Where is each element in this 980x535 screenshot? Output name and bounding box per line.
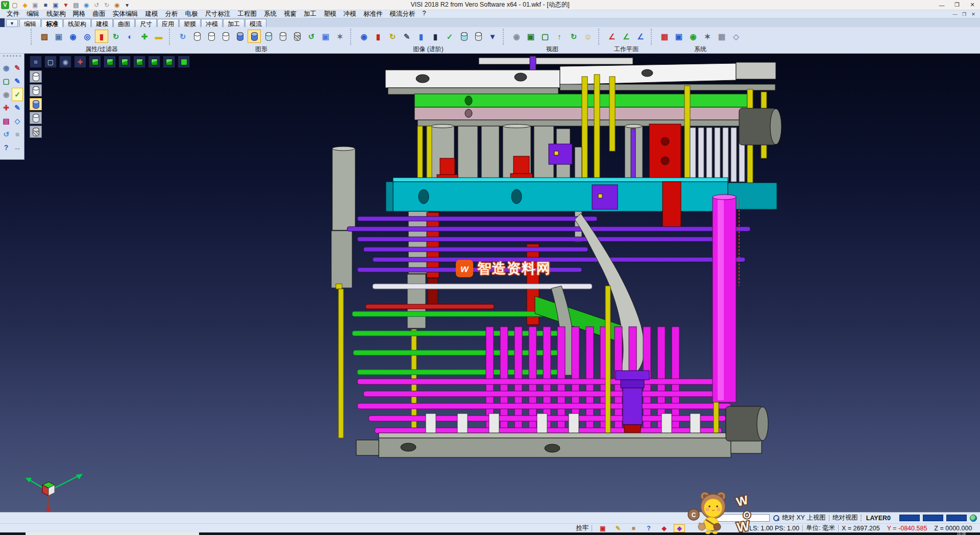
- workplane-create-icon[interactable]: ∠: [605, 30, 619, 43]
- view-bottom-icon[interactable]: [104, 56, 116, 68]
- active-layer-label[interactable]: LAYER0: [866, 515, 891, 522]
- attributes-palette-icon[interactable]: ▤: [1, 114, 12, 128]
- units-readout[interactable]: 单位: 毫米: [806, 524, 835, 532]
- menu-edit[interactable]: 编辑: [23, 10, 43, 18]
- render-wireframe-icon[interactable]: [30, 70, 42, 83]
- move-axes-icon[interactable]: ✚: [1, 101, 12, 114]
- menu-analysis[interactable]: 分析: [162, 10, 182, 18]
- save-all-icon[interactable]: ▣: [51, 1, 60, 9]
- refresh-visibility-icon[interactable]: ↻: [109, 30, 122, 43]
- view-front-icon[interactable]: [148, 56, 160, 68]
- view-right-icon[interactable]: [133, 56, 145, 68]
- color-swatch-2[interactable]: [923, 515, 943, 521]
- lock-label[interactable]: 拴牢: [576, 524, 589, 532]
- export-icon[interactable]: ▼: [61, 1, 70, 9]
- advanced-traffic-light-icon[interactable]: ▮: [372, 30, 385, 43]
- regen-solid-icon[interactable]: ↺: [305, 30, 318, 43]
- redo-icon[interactable]: ↻: [102, 1, 111, 9]
- tab-modeling[interactable]: 建模: [91, 19, 113, 27]
- show-entities-icon[interactable]: ◉: [66, 30, 80, 43]
- check-solid-icon[interactable]: ✓: [443, 30, 456, 43]
- maximize-button[interactable]: ❐: [949, 0, 965, 10]
- toolbar-handle[interactable]: [598, 29, 601, 45]
- zoom-scale-icon[interactable]: ◉: [1, 88, 12, 101]
- globe-icon[interactable]: [970, 515, 977, 522]
- menu-mesh[interactable]: 网格: [69, 10, 89, 18]
- hide-all-icon[interactable]: ▬: [152, 30, 165, 43]
- close-button[interactable]: ✕: [965, 0, 980, 10]
- zoom-window-icon[interactable]: ▣: [524, 30, 537, 43]
- render-smiley-icon[interactable]: ☺: [581, 30, 595, 43]
- cylinder-shaded-edges-icon[interactable]: [248, 30, 261, 43]
- section-bar-blue-icon[interactable]: ▮: [414, 30, 428, 43]
- tab-dimension[interactable]: 尺寸: [135, 19, 157, 27]
- menu-standard-parts[interactable]: 标准件: [360, 10, 386, 18]
- menu-dimension[interactable]: 尺寸标注: [202, 10, 234, 18]
- absolute-view-label[interactable]: 绝对视图: [832, 514, 858, 522]
- zoom-fit-icon[interactable]: ▢: [44, 56, 57, 68]
- doc-restore-button[interactable]: ❐: [960, 11, 969, 18]
- section-bar-dark-icon[interactable]: ▮: [429, 30, 442, 43]
- graphics-settings-icon[interactable]: ✶: [333, 30, 347, 43]
- toolbar-handle[interactable]: [31, 29, 33, 45]
- view-left-icon[interactable]: [118, 56, 131, 68]
- zoom-dynamic-icon[interactable]: ◉: [510, 30, 523, 43]
- filter-traffic-light-icon[interactable]: ▮: [95, 30, 108, 43]
- tab-machining[interactable]: 加工: [223, 19, 244, 27]
- clip-cylinder-icon[interactable]: [472, 30, 485, 43]
- zoom-fit-icon[interactable]: ▢: [538, 30, 552, 43]
- workplane-view-icon[interactable]: ∠: [634, 30, 647, 43]
- tab-progress[interactable]: 冲模: [201, 19, 223, 27]
- advanced-edit-icon[interactable]: ✎: [400, 30, 413, 43]
- render-hatched-icon[interactable]: [30, 126, 42, 138]
- save-icon[interactable]: ■: [41, 1, 50, 9]
- plane-3d-icon[interactable]: ◇: [729, 30, 743, 43]
- copy-attributes-icon[interactable]: ▣: [52, 30, 65, 43]
- menu-modeling[interactable]: 建模: [142, 10, 162, 18]
- tab-surface[interactable]: 曲面: [113, 19, 135, 27]
- menu-help[interactable]: ?: [419, 10, 430, 18]
- help-question-icon[interactable]: ?: [1, 141, 12, 154]
- taskbar-window-segment[interactable]: [26, 532, 199, 535]
- tab-flow[interactable]: 模流: [245, 19, 266, 27]
- print-preview-icon[interactable]: ◉: [82, 1, 91, 9]
- tab-mould[interactable]: 塑膜: [179, 19, 201, 27]
- edit-curve-icon[interactable]: ✎: [12, 101, 23, 114]
- view-back-icon[interactable]: [163, 56, 175, 68]
- new-file-icon[interactable]: ▢: [10, 1, 19, 9]
- quick-access-dropdown-icon[interactable]: ▾: [122, 1, 132, 9]
- windows-taskbar[interactable]: 16:08: [0, 532, 980, 535]
- view-iso-icon[interactable]: [178, 56, 190, 68]
- toggle-visibility-icon[interactable]: ◐: [124, 30, 137, 43]
- cylinder-wireframe-icon[interactable]: [190, 30, 204, 43]
- solid-cube-icon[interactable]: ■: [12, 128, 23, 141]
- menu-mould[interactable]: 塑模: [320, 10, 340, 18]
- workplane-align-icon[interactable]: ∠: [620, 30, 633, 43]
- color-table-icon[interactable]: ▦: [658, 30, 671, 43]
- render-hidden-line-icon[interactable]: [30, 84, 42, 96]
- regen-entity-icon[interactable]: ↺: [1, 128, 12, 141]
- palette-drag-handle[interactable]: [3, 55, 21, 60]
- select-filter-icon[interactable]: ◉: [1, 61, 12, 75]
- fit-view-icon[interactable]: ▢: [1, 75, 12, 88]
- measure-distance-icon[interactable]: ↔: [12, 141, 23, 154]
- globe-icon[interactable]: ◉: [687, 30, 700, 43]
- menu-wireframe[interactable]: 线架构: [43, 10, 69, 18]
- monitor-icon[interactable]: ▣: [672, 30, 685, 43]
- cylinder-transparent-icon[interactable]: [262, 30, 275, 43]
- toolbar-handle[interactable]: [503, 29, 505, 45]
- zoom-window-icon[interactable]: ◉: [59, 56, 71, 68]
- sketch-curve-icon[interactable]: ✎: [12, 75, 23, 88]
- tab-dropdown-button[interactable]: ▼: [6, 19, 18, 27]
- doc-minimize-button[interactable]: —: [950, 11, 960, 18]
- help-icon[interactable]: ?: [643, 524, 654, 532]
- menu-electrode[interactable]: 电极: [182, 10, 202, 18]
- cylinder-hatched-icon[interactable]: [290, 30, 304, 43]
- view-list-icon[interactable]: ≡: [30, 56, 42, 68]
- render-ghost-icon[interactable]: [30, 112, 42, 124]
- toolbar-handle[interactable]: [350, 29, 353, 45]
- doc-close-button[interactable]: ✕: [969, 11, 978, 18]
- magic-brush-icon[interactable]: ✎: [612, 524, 624, 532]
- grid-icon[interactable]: ▦: [715, 30, 728, 43]
- cylinder-dashed-icon[interactable]: [219, 30, 232, 43]
